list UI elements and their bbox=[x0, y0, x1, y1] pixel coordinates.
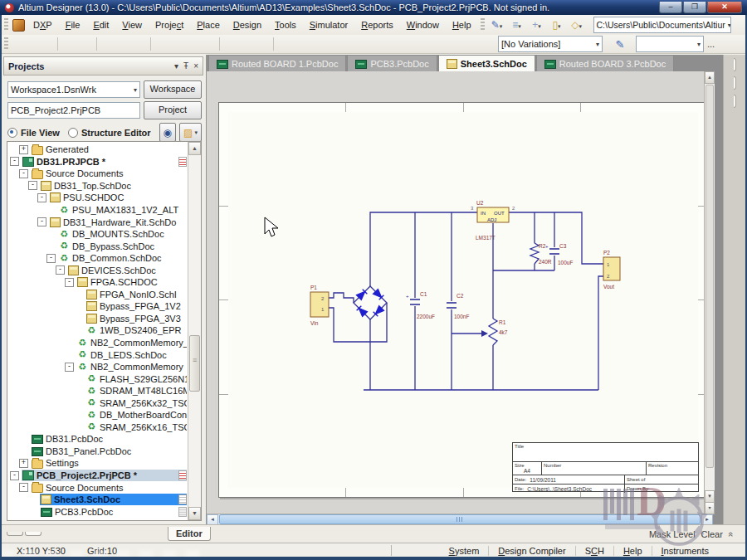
scrollbar-thumb[interactable] bbox=[706, 85, 714, 468]
tree-expand-box[interactable]: + bbox=[19, 145, 28, 154]
menu-item[interactable]: Edit bbox=[86, 18, 115, 32]
schematic-canvas[interactable]: Title SizeA4 Number Revision Date:11/09/… bbox=[207, 71, 715, 514]
menu-item[interactable]: Reports bbox=[354, 18, 400, 32]
place-vcc-port-icon[interactable] bbox=[374, 37, 388, 52]
menu-item[interactable]: Window bbox=[400, 18, 446, 32]
panels-icon[interactable] bbox=[134, 37, 149, 52]
tree-item[interactable]: - FPGA.SCHDOC bbox=[7, 276, 201, 289]
panel-tab[interactable] bbox=[734, 76, 736, 90]
tree-item[interactable]: DB_Bypass.SchDoc bbox=[7, 240, 201, 252]
tree-item[interactable]: - NB2_CommonMemory bbox=[7, 361, 201, 373]
panel-selector-tab[interactable] bbox=[25, 532, 42, 536]
tree-expand-box[interactable]: - bbox=[46, 254, 56, 263]
zoom-selection-icon[interactable] bbox=[173, 37, 188, 52]
tree-item[interactable]: + Settings bbox=[7, 457, 201, 470]
zoom-area-icon[interactable] bbox=[158, 37, 173, 52]
cut-icon[interactable] bbox=[227, 37, 242, 52]
tree-item[interactable]: DB31.PcbDoc bbox=[7, 433, 201, 446]
toolbar-grip[interactable] bbox=[4, 37, 8, 51]
zoom-menu-icon[interactable] bbox=[203, 37, 217, 52]
tree-item[interactable]: - DB_Common.SchDoc bbox=[7, 252, 201, 265]
new-document-icon[interactable] bbox=[11, 37, 26, 52]
document-tab[interactable]: Routed BOARD 1.PcbDoc bbox=[208, 55, 346, 71]
menu-item[interactable]: Project bbox=[149, 18, 190, 32]
power-objects-icon[interactable]: +▾ bbox=[527, 19, 547, 31]
navigate-button[interactable]: ◉ bbox=[159, 123, 176, 142]
document-tab[interactable]: Sheet3.SchDoc bbox=[438, 55, 535, 71]
tree-item[interactable]: NB2_CommonMemory_ bbox=[7, 337, 201, 349]
tree-item[interactable]: - DB31.PRJPCB * bbox=[7, 156, 201, 168]
tree-item[interactable]: - DB31_Top.SchDoc bbox=[7, 180, 201, 192]
wiring-tools-icon[interactable]: ✎▾ bbox=[487, 19, 507, 31]
panel-tab[interactable] bbox=[734, 95, 736, 108]
place-sheet-symbol-icon[interactable] bbox=[418, 37, 433, 52]
panels-menu-button[interactable]: Instruments bbox=[652, 546, 718, 556]
tree-item[interactable]: Bypass_FPGA_3V3 bbox=[7, 313, 201, 325]
paste-icon[interactable] bbox=[256, 37, 271, 52]
menu-item[interactable]: Place bbox=[190, 18, 227, 32]
open-document-icon[interactable] bbox=[26, 37, 41, 52]
project-button[interactable]: Project bbox=[144, 101, 202, 119]
minimize-button[interactable]: – bbox=[659, 2, 682, 13]
titlebar[interactable]: Altium Designer (13.0) - C:\Users\Public… bbox=[0, 0, 747, 15]
place-bus-icon[interactable] bbox=[295, 37, 310, 52]
panels-menu-button[interactable]: Design Compiler bbox=[488, 546, 574, 556]
annotate-icon[interactable]: ✎ bbox=[613, 37, 627, 52]
tree-item[interactable]: Bypass_FPGA_1V2 bbox=[7, 300, 201, 313]
tree-item[interactable]: FPGA_NonIO.SchI bbox=[7, 289, 201, 301]
place-line-icon[interactable] bbox=[325, 37, 340, 52]
panel-tab[interactable] bbox=[734, 58, 736, 71]
document-tab[interactable]: Routed BOARD 3.PcbDoc bbox=[536, 55, 674, 71]
editor-tab[interactable]: Editor bbox=[168, 527, 211, 541]
tree-item[interactable]: SDRAM_MT48LC16M bbox=[7, 385, 201, 397]
scroll-up-button[interactable]: ▲ bbox=[705, 71, 715, 84]
tree-expand-box[interactable]: - bbox=[19, 169, 28, 178]
tree-item[interactable]: - Source Documents bbox=[7, 481, 201, 494]
place-wire-icon[interactable] bbox=[281, 37, 295, 52]
menu-item[interactable]: Design bbox=[227, 18, 268, 32]
place-net-label-icon[interactable] bbox=[340, 37, 359, 52]
place-gate-icon[interactable] bbox=[388, 37, 403, 52]
tree-item[interactable]: SRAM_256Kx32_TSO bbox=[7, 397, 201, 409]
tree-item[interactable]: - DEVICES.SchDoc bbox=[7, 264, 201, 276]
editor-vertical-scrollbar[interactable]: ▲ ▼ ▾ bbox=[704, 71, 715, 514]
print-preview-icon[interactable] bbox=[80, 37, 95, 52]
tree-item[interactable]: FLASH_S29GL256N11 bbox=[7, 373, 201, 385]
grid-icon[interactable] bbox=[119, 37, 134, 52]
place-sheet-entry-icon[interactable] bbox=[433, 37, 448, 52]
tree-expand-box[interactable]: - bbox=[10, 157, 19, 166]
tree-item[interactable]: PCB3.PcbDoc bbox=[7, 505, 201, 518]
mask-level-button[interactable]: Mask Level bbox=[649, 529, 696, 539]
browse-button[interactable]: ... bbox=[707, 39, 715, 49]
shape-tools-icon[interactable]: ◇▾ bbox=[567, 19, 587, 31]
file-view-radio[interactable] bbox=[7, 128, 17, 138]
pin-icon[interactable]: Ŧ bbox=[183, 61, 188, 71]
pan-button[interactable]: ▾ bbox=[705, 502, 715, 514]
tree-expand-box[interactable]: - bbox=[56, 265, 65, 275]
recent-path-combo[interactable]: C:\Users\Public\Documents\Altiur ▾ bbox=[593, 17, 731, 33]
tree-expand-box[interactable]: - bbox=[37, 217, 46, 226]
maximize-button[interactable]: ❐ bbox=[683, 2, 706, 13]
tree-item[interactable]: DB_MOUNTS.SchDoc bbox=[7, 228, 201, 241]
place-signal-harness-icon[interactable] bbox=[310, 37, 325, 52]
tree-expand-box[interactable]: - bbox=[65, 363, 74, 372]
open-documents-button[interactable]: ▨▾ bbox=[179, 123, 202, 142]
zoom-out-icon[interactable] bbox=[188, 37, 203, 52]
scrollbar-thumb[interactable] bbox=[189, 335, 200, 392]
copy-icon[interactable] bbox=[242, 37, 256, 52]
tree-item[interactable]: SRAM_256Kx16_TSOP4 bbox=[7, 421, 201, 434]
tree-expand-box[interactable]: - bbox=[28, 181, 37, 190]
menu-item[interactable]: Tools bbox=[268, 18, 303, 32]
scrollbar-thumb[interactable] bbox=[219, 514, 701, 524]
tree-item[interactable]: DB_MotherBoardConn bbox=[7, 409, 201, 421]
tree-item[interactable]: - PCB_Project2.PrjPCB * bbox=[7, 470, 201, 482]
place-gnd-port-icon[interactable] bbox=[359, 37, 374, 52]
panel-selector-tab[interactable] bbox=[7, 532, 23, 536]
print-icon[interactable] bbox=[65, 37, 80, 52]
menu-item[interactable]: Simulator bbox=[303, 18, 354, 32]
editor-horizontal-scrollbar[interactable]: ◄ ► bbox=[207, 514, 713, 524]
tree-item[interactable]: DB31_Panel.PcbDoc bbox=[7, 446, 201, 458]
scroll-up-button[interactable]: ▲ bbox=[188, 142, 201, 155]
menu-item[interactable]: File bbox=[59, 18, 87, 32]
tree-item[interactable]: DB_LEDS.SchDoc bbox=[7, 348, 201, 361]
